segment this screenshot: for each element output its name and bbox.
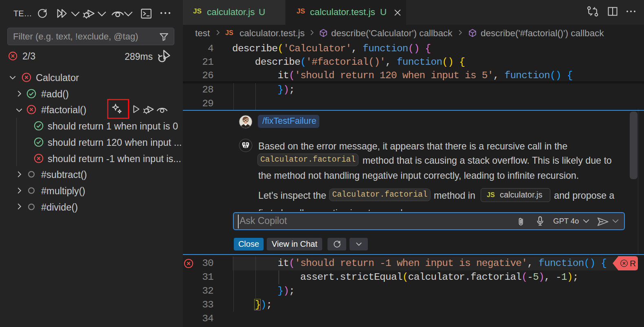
svg-text:R: R [630,259,636,268]
